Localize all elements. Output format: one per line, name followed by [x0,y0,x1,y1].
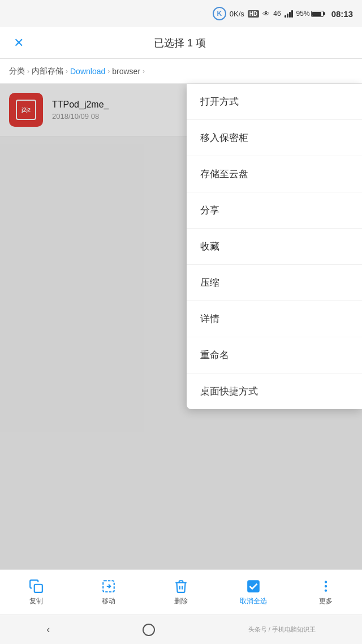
breadcrumb-item-browser[interactable]: browser [112,67,140,76]
nav-watermark: 头条号 / 手机电脑知识王 [237,620,327,639]
menu-item-save-to-cloud[interactable]: 存储至云盘 [187,156,362,192]
move-label: 移动 [102,596,115,606]
copy-icon [28,578,44,594]
svg-rect-0 [35,585,42,593]
more-icon [318,578,334,594]
breadcrumb-sep-3: › [107,67,110,75]
context-menu: 打开方式 移入保密柜 存储至云盘 分享 收藏 压缩 详情 重命名 桌面快捷方式 [187,84,362,409]
home-icon [143,624,155,636]
network-speed: 0K/s [230,10,244,18]
system-nav-bar: ‹ 头条号 / 手机电脑知识王 [0,615,362,644]
menu-item-rename[interactable]: 重命名 [187,337,362,373]
signal-text: 46 [273,10,281,18]
close-button[interactable]: ✕ [9,31,28,55]
move-button[interactable]: 移动 [72,574,145,611]
eye-icon: 👁 [262,10,270,18]
nav-back-button[interactable]: ‹ [35,618,61,641]
menu-item-share[interactable]: 分享 [187,192,362,229]
breadcrumb-sep-1: › [27,67,29,75]
app-icon: K [213,7,226,20]
menu-item-favorite[interactable]: 收藏 [187,229,362,265]
watermark-text: 头条号 / 手机电脑知识王 [248,625,316,634]
deselect-all-button[interactable]: 取消全选 [217,574,290,611]
menu-item-compress[interactable]: 压缩 [187,265,362,301]
bottom-toolbar: 复制 移动 删除 取消全选 [0,569,362,615]
header: ✕ 已选择 1 项 [0,27,362,59]
page-title: 已选择 1 项 [33,36,327,50]
delete-label: 删除 [174,596,188,606]
hd-badge: HD [248,10,259,18]
deselect-all-label: 取消全选 [240,596,267,606]
delete-icon [173,578,189,594]
breadcrumb-item-download[interactable]: Download [70,67,105,76]
menu-item-desktop-shortcut[interactable]: 桌面快捷方式 [187,373,362,409]
menu-item-move-to-safe[interactable]: 移入保密柜 [187,120,362,156]
svg-rect-2 [248,581,259,592]
check-all-icon [245,578,261,594]
back-icon: ‹ [46,624,50,636]
battery-pct: 95% [296,10,310,18]
breadcrumb-item-category[interactable]: 分类 [9,66,25,76]
copy-label: 复制 [29,596,43,606]
breadcrumb: 分类 › 内部存储 › Download › browser › [0,59,362,84]
svg-point-4 [325,585,327,587]
more-label: 更多 [319,596,333,606]
more-button[interactable]: 更多 [290,574,362,611]
battery-icon: 95% [296,10,324,18]
status-bar: K 0K/s HD 👁 46 95% 08:13 [0,0,362,27]
clock: 08:13 [331,9,353,19]
breadcrumb-item-internal[interactable]: 内部存储 [32,66,63,76]
svg-point-3 [325,581,327,583]
breadcrumb-sep-4: › [143,67,145,75]
menu-item-details[interactable]: 详情 [187,301,362,337]
signal-bars [285,10,293,18]
menu-item-open-with[interactable]: 打开方式 [187,84,362,120]
nav-home-button[interactable] [131,618,166,642]
breadcrumb-sep-2: › [66,67,68,75]
svg-point-5 [325,589,327,591]
delete-button[interactable]: 删除 [145,574,217,611]
move-icon [101,578,117,594]
copy-button[interactable]: 复制 [0,574,72,611]
